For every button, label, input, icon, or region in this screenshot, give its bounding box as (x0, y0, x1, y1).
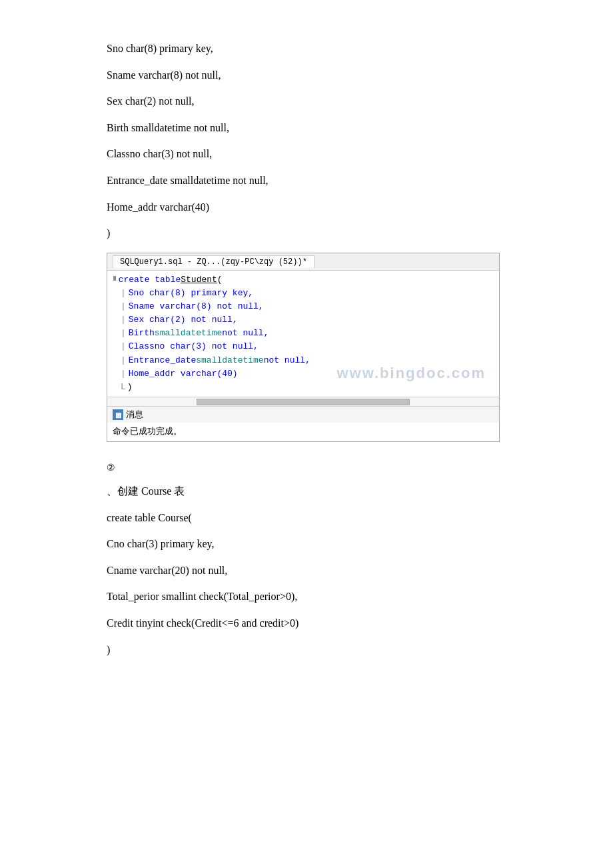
code-title-bar: SQLQuery1.sql - ZQ...(zqy-PC\zqy (52))* (107, 253, 499, 271)
pipe-5: | (121, 340, 126, 353)
code-homeaddr: Home_addr varchar(40) (129, 367, 238, 381)
code-line-1: ∎ create table Student( (113, 273, 494, 287)
code-line-7: | Entrance_date smalldatetime not null, (113, 354, 494, 367)
code-classno: Classno char(3) not null, (129, 340, 259, 353)
course-line-3: Total_perior smallint check(Total_perior… (107, 588, 506, 605)
line-sname: Sname varchar(8) not null, (107, 67, 506, 84)
code-line-4: | Sex char(2) not null, (113, 313, 494, 327)
message-bar: ▦ 消息 (107, 406, 499, 423)
code-line-8: | Home_addr varchar(40) (113, 367, 494, 381)
code-line-5: | Birth smalldatetime not null, (113, 327, 494, 340)
scrollbar-area[interactable] (107, 397, 499, 406)
code-line-9: L ) (113, 381, 494, 394)
course-line-4: Credit tinyint check(Credit<=6 and credi… (107, 615, 506, 632)
code-tab: SQLQuery1.sql - ZQ...(zqy-PC\zqy (52))* (113, 255, 314, 268)
code-entrance-type: smalldatetime (196, 354, 263, 367)
pipe-6: | (121, 354, 126, 367)
line-entrance: Entrance_date smalldatetime not null, (107, 172, 506, 189)
kw-student: Student (181, 273, 217, 287)
pipe-7: | (121, 367, 126, 381)
scrollbar-thumb[interactable] (197, 399, 410, 405)
course-line-5: ) (107, 641, 506, 659)
course-line-1: Cno char(3) primary key, (107, 535, 506, 553)
line-homeaddr: Home_addr varchar(40) (107, 199, 506, 216)
course-line-2: Cname varchar(20) not null, (107, 562, 506, 579)
code-body: ∎ create table Student( | Sno char(8) pr… (107, 271, 499, 397)
line-sex: Sex char(2) not null, (107, 93, 506, 110)
code-line-6: | Classno char(3) not null, (113, 340, 494, 353)
code-close-paren: ) (127, 381, 133, 394)
section2-heading: 、创建 Course 表 (107, 483, 506, 500)
line-classno: Classno char(3) not null, (107, 145, 506, 163)
kw-openparen: ( (217, 273, 223, 287)
pipe-3: | (121, 313, 126, 327)
code-sno: Sno char(8) primary key, (129, 287, 253, 300)
code-birth-kw: Birth (129, 327, 155, 340)
msg-icon: ▦ (113, 409, 123, 420)
course-line-0: create table Course( (107, 509, 506, 527)
code-screenshot: SQLQuery1.sql - ZQ...(zqy-PC\zqy (52))* … (107, 253, 500, 442)
expand-icon: ∎ (113, 273, 117, 285)
kw-create: create table (119, 273, 181, 287)
code-line-2: | Sno char(8) primary key, (113, 287, 494, 300)
pipe-4: | (121, 327, 126, 340)
code-line-3: | Sname varchar(8) not null, (113, 300, 494, 313)
pipe-1: | (121, 287, 126, 300)
code-entrance-rest: not null, (264, 354, 310, 367)
msg-label: 消息 (126, 409, 143, 421)
corner-icon: L (121, 381, 126, 394)
code-sex: Sex char(2) not null, (129, 313, 238, 327)
message-content: 命令已成功完成。 (107, 423, 499, 441)
code-entrance-kw: Entrance_date (129, 354, 196, 367)
line-close-paren: ) (107, 225, 506, 242)
circle-2: ② (107, 462, 506, 473)
line-birth: Birth smalldatetime not null, (107, 119, 506, 137)
code-birth-type: smalldatetime (155, 327, 222, 340)
code-sname: Sname varchar(8) not null, (129, 300, 264, 313)
line-sno: Sno char(8) primary key, (107, 40, 506, 57)
code-birth-rest: not null, (222, 327, 269, 340)
pipe-2: | (121, 300, 126, 313)
